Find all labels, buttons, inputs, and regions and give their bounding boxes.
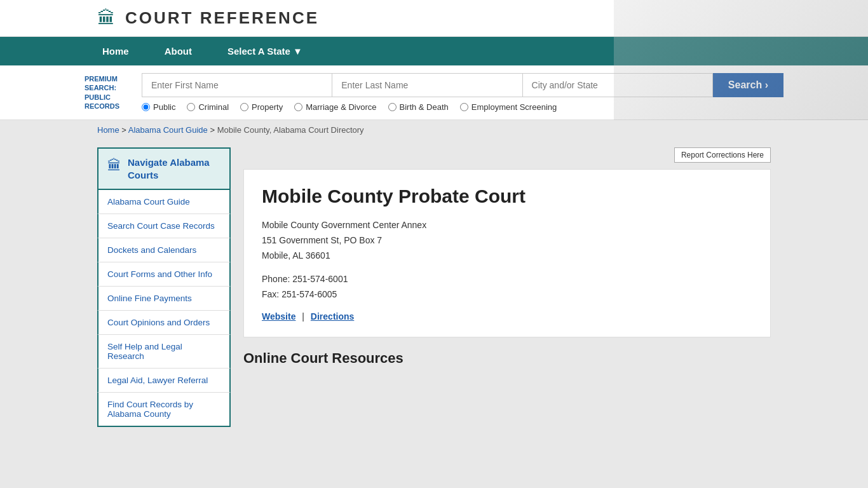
sidebar-header: 🏛 Navigate Alabama Courts — [97, 147, 231, 190]
court-title: Mobile County Probate Court — [262, 185, 752, 208]
breadcrumb-home[interactable]: Home — [97, 125, 119, 135]
nav-select-state[interactable]: Select A State ▼ — [210, 37, 320, 65]
nav-about[interactable]: About — [147, 37, 210, 65]
sidebar-item-alabama-court-guide[interactable]: Alabama Court Guide — [97, 190, 231, 214]
radio-marriage-divorce[interactable]: Marriage & Divorce — [294, 102, 376, 112]
directions-link[interactable]: Directions — [311, 311, 354, 322]
city-state-input[interactable] — [522, 73, 713, 97]
sidebar-item-legal-aid[interactable]: Legal Aid, Lawyer Referral — [97, 369, 231, 393]
breadcrumb-guide[interactable]: Alabama Court Guide — [128, 125, 208, 135]
first-name-input[interactable] — [142, 73, 332, 97]
court-address: Mobile County Government Center Annex 15… — [262, 218, 752, 263]
sidebar-item-online-fine[interactable]: Online Fine Payments — [97, 287, 231, 311]
sidebar-item-court-opinions[interactable]: Court Opinions and Orders — [97, 311, 231, 335]
website-link[interactable]: Website — [262, 311, 295, 322]
logo-icon: 🏛 — [97, 8, 115, 29]
sidebar-item-find-court-records[interactable]: Find Court Records by Alabama County — [97, 393, 231, 427]
premium-label: PREMIUM SEARCH: PUBLIC RECORDS — [85, 74, 142, 111]
sidebar-item-dockets[interactable]: Dockets and Calendars — [97, 238, 231, 262]
radio-birth-death[interactable]: Birth & Death — [388, 102, 449, 112]
last-name-input[interactable] — [332, 73, 522, 97]
radio-public[interactable]: Public — [142, 102, 175, 112]
sidebar-item-court-forms[interactable]: Court Forms and Other Info — [97, 262, 231, 287]
main-content: Report Corrections Here Mobile County Pr… — [243, 147, 771, 427]
court-card: Mobile County Probate Court Mobile Count… — [243, 169, 771, 337]
breadcrumb: Home > Alabama Court Guide > Mobile Coun… — [97, 125, 771, 135]
report-corrections-button[interactable]: Report Corrections Here — [674, 147, 771, 163]
sidebar-header-text: Navigate Alabama Courts — [128, 156, 220, 181]
sidebar-item-search-court-case[interactable]: Search Court Case Records — [97, 214, 231, 238]
court-links: Website | Directions — [262, 311, 752, 322]
search-button[interactable]: Search › — [713, 73, 783, 97]
breadcrumb-current: Mobile County, Alabama Court Directory — [217, 125, 364, 135]
online-resources-title: Online Court Resources — [243, 350, 771, 367]
sidebar-header-icon: 🏛 — [107, 158, 121, 174]
nav-home[interactable]: Home — [85, 37, 147, 65]
sidebar: 🏛 Navigate Alabama Courts Alabama Court … — [97, 147, 231, 427]
sidebar-item-self-help[interactable]: Self Help and Legal Research — [97, 335, 231, 369]
radio-employment[interactable]: Employment Screening — [460, 102, 557, 112]
radio-criminal[interactable]: Criminal — [187, 102, 229, 112]
radio-property[interactable]: Property — [240, 102, 283, 112]
court-phone: Phone: 251-574-6001 Fax: 251-574-6005 — [262, 272, 752, 302]
logo-text: COURT REFERENCE — [125, 8, 319, 28]
